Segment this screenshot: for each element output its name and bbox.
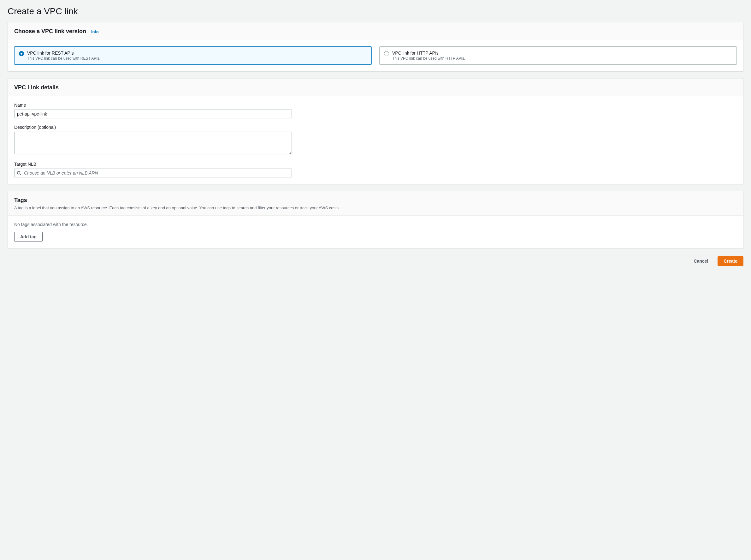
details-panel-heading: VPC Link details [14,84,59,91]
tags-empty-message: No tags associated with the resource. [14,222,737,227]
details-panel-body: Name Description (optional) Target NLB [8,96,743,184]
radio-icon [19,51,24,56]
cancel-button[interactable]: Cancel [688,256,714,266]
tile-title: VPC link for REST APIs [27,51,100,56]
tile-title: VPC link for HTTP APIs [392,51,465,56]
svg-line-1 [20,174,21,175]
field-target-nlb: Target NLB [14,162,737,177]
tile-rest-apis[interactable]: VPC link for REST APIs This VPC link can… [14,46,372,65]
desc-label: Description (optional) [14,125,737,130]
target-nlb-input[interactable] [14,168,292,177]
version-panel-body: VPC link for REST APIs This VPC link can… [8,40,743,71]
desc-input[interactable] [14,132,292,154]
tile-desc: This VPC link can be used with HTTP APIs… [392,56,465,61]
info-link[interactable]: Info [91,29,99,34]
tags-panel: Tags A tag is a label that you assign to… [7,191,744,248]
name-input[interactable] [14,109,292,118]
details-panel-header: VPC Link details [8,79,743,96]
target-label: Target NLB [14,162,737,167]
version-panel-header: Choose a VPC link version Info [8,22,743,40]
version-panel-heading: Choose a VPC link version [14,28,86,35]
svg-point-0 [17,172,20,174]
tile-text: VPC link for REST APIs This VPC link can… [27,51,100,61]
tags-panel-header: Tags A tag is a label that you assign to… [8,191,743,216]
add-tag-button[interactable]: Add tag [14,232,43,241]
field-description: Description (optional) [14,125,737,155]
radio-icon [384,51,389,56]
version-panel: Choose a VPC link version Info VPC link … [7,22,744,71]
tile-desc: This VPC link can be used with REST APIs… [27,56,100,61]
page-title: Create a VPC link [7,6,744,16]
field-name: Name [14,103,737,118]
version-tile-row: VPC link for REST APIs This VPC link can… [14,46,737,65]
search-icon [17,171,21,175]
target-search-wrap [14,168,292,177]
details-panel: VPC Link details Name Description (optio… [7,78,744,184]
name-label: Name [14,103,737,108]
tags-panel-subtitle: A tag is a label that you assign to an A… [14,205,737,210]
create-button[interactable]: Create [717,256,744,266]
tags-panel-body: No tags associated with the resource. Ad… [8,216,743,248]
tags-panel-heading: Tags [14,197,27,204]
footer-actions: Cancel Create [7,255,744,269]
tile-http-apis[interactable]: VPC link for HTTP APIs This VPC link can… [379,46,737,65]
tile-text: VPC link for HTTP APIs This VPC link can… [392,51,465,61]
